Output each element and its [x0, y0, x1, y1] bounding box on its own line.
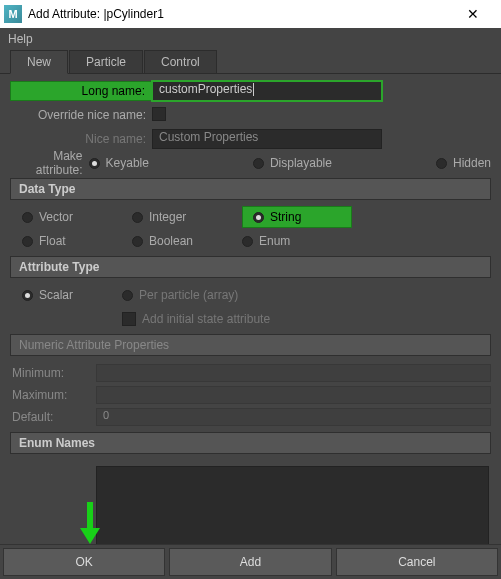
- default-input: 0: [96, 408, 491, 426]
- attribute-type-header: Attribute Type: [10, 256, 491, 278]
- app-icon: M: [4, 5, 22, 23]
- titlebar: M Add Attribute: |pCylinder1 ✕: [0, 0, 501, 28]
- radio-keyable[interactable]: Keyable: [89, 156, 149, 170]
- radio-displayable[interactable]: Displayable: [253, 156, 332, 170]
- long-name-input[interactable]: customProperties: [152, 81, 382, 101]
- radio-icon: [132, 236, 143, 247]
- enum-names-header: Enum Names: [10, 432, 491, 454]
- radio-label: Integer: [149, 210, 186, 224]
- tab-new[interactable]: New: [10, 50, 68, 74]
- checkbox-icon: [122, 312, 136, 326]
- minimum-label: Minimum:: [12, 366, 96, 380]
- radio-label: Enum: [259, 234, 290, 248]
- window-title: Add Attribute: |pCylinder1: [28, 7, 453, 21]
- radio-label: Scalar: [39, 288, 73, 302]
- radio-label: String: [270, 210, 301, 224]
- maximum-label: Maximum:: [12, 388, 96, 402]
- maximum-input: [96, 386, 491, 404]
- radio-icon: [253, 212, 264, 223]
- radio-hidden[interactable]: Hidden: [436, 156, 491, 170]
- radio-per-particle: Per particle (array): [122, 288, 238, 302]
- button-bar: OK Add Cancel: [0, 544, 501, 579]
- radio-icon: [22, 212, 33, 223]
- radio-label: Keyable: [106, 156, 149, 170]
- radio-label: Per particle (array): [139, 288, 238, 302]
- tabs: New Particle Control: [0, 50, 501, 74]
- menubar: Help: [0, 28, 501, 50]
- radio-icon: [436, 158, 447, 169]
- enum-names-list: [96, 466, 489, 548]
- radio-float[interactable]: Float: [22, 234, 132, 248]
- radio-vector[interactable]: Vector: [22, 206, 132, 228]
- radio-label: Displayable: [270, 156, 332, 170]
- radio-label: Boolean: [149, 234, 193, 248]
- override-nice-name-label: Override nice name:: [10, 108, 152, 122]
- radio-integer[interactable]: Integer: [132, 206, 242, 228]
- radio-label: Vector: [39, 210, 73, 224]
- radio-string[interactable]: String: [242, 206, 352, 228]
- radio-label: Float: [39, 234, 66, 248]
- nice-name-label: Nice name:: [10, 132, 152, 146]
- long-name-label: Long name:: [10, 81, 152, 101]
- data-type-header: Data Type: [10, 178, 491, 200]
- make-attribute-label: Make attribute:: [10, 149, 89, 177]
- radio-icon: [89, 158, 100, 169]
- override-nice-name-checkbox[interactable]: [152, 107, 166, 121]
- menu-help[interactable]: Help: [8, 32, 33, 46]
- content: Long name: customProperties Override nic…: [0, 74, 501, 579]
- radio-icon: [242, 236, 253, 247]
- cancel-button[interactable]: Cancel: [336, 548, 498, 576]
- ok-button[interactable]: OK: [3, 548, 165, 576]
- minimum-input: [96, 364, 491, 382]
- radio-boolean[interactable]: Boolean: [132, 234, 242, 248]
- checkbox-add-initial-state: Add initial state attribute: [122, 312, 270, 326]
- radio-icon: [132, 212, 143, 223]
- checkbox-label: Add initial state attribute: [142, 312, 270, 326]
- nice-name-input: Custom Properties: [152, 129, 382, 149]
- default-label: Default:: [12, 410, 96, 424]
- numeric-props-header: Numeric Attribute Properties: [10, 334, 491, 356]
- close-button[interactable]: ✕: [453, 0, 493, 28]
- radio-label: Hidden: [453, 156, 491, 170]
- tab-control[interactable]: Control: [144, 50, 217, 73]
- radio-icon: [122, 290, 133, 301]
- radio-scalar[interactable]: Scalar: [22, 288, 122, 302]
- radio-icon: [22, 236, 33, 247]
- tab-particle[interactable]: Particle: [69, 50, 143, 73]
- radio-icon: [22, 290, 33, 301]
- radio-enum[interactable]: Enum: [242, 234, 352, 248]
- radio-icon: [253, 158, 264, 169]
- add-button[interactable]: Add: [169, 548, 331, 576]
